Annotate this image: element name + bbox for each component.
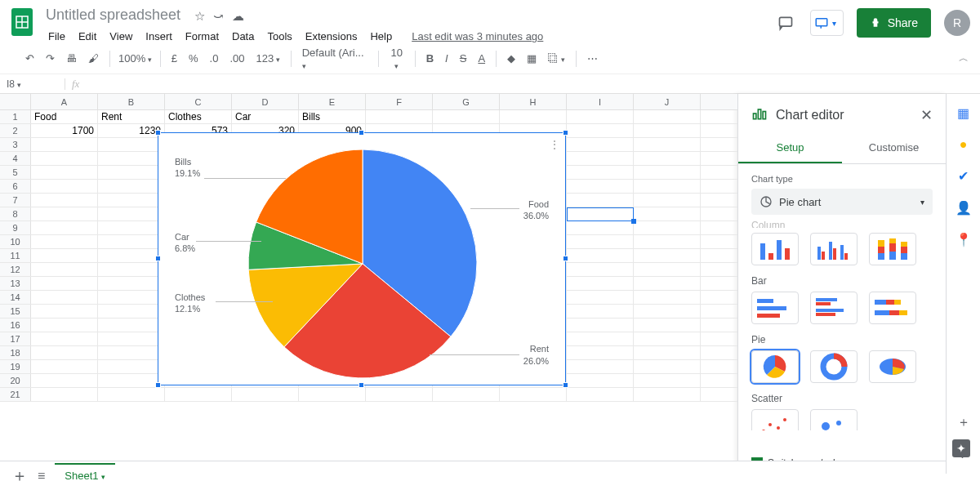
more-icon[interactable]: ⋯ (583, 49, 602, 68)
increase-decimal-button[interactable]: .00 (225, 49, 248, 68)
paint-format-icon[interactable]: 🖌 (84, 49, 103, 68)
cell[interactable] (634, 110, 701, 123)
thumb-column-stacked[interactable] (869, 233, 916, 265)
menu-data[interactable]: Data (226, 27, 260, 46)
sheet-tab[interactable]: Sheet1 ▾ (55, 463, 115, 487)
calendar-icon[interactable]: ▦ (957, 105, 969, 121)
cell[interactable] (31, 277, 98, 290)
cell[interactable] (366, 388, 433, 401)
cell[interactable] (98, 152, 165, 165)
cell[interactable] (31, 138, 98, 151)
cell[interactable] (31, 346, 98, 359)
fillcolor-icon[interactable]: ◆ (503, 49, 519, 68)
row-header[interactable]: 20 (0, 374, 31, 387)
cell[interactable] (31, 249, 98, 262)
keep-icon[interactable]: ● (960, 137, 968, 152)
row-header[interactable]: 14 (0, 291, 31, 304)
col-header[interactable]: B (98, 94, 165, 109)
chart-type-select[interactable]: Pie chart▾ (751, 189, 933, 215)
cell[interactable] (634, 166, 701, 179)
cell[interactable] (634, 152, 701, 165)
cell[interactable] (98, 346, 165, 359)
thumb-bar[interactable] (751, 292, 799, 324)
collapse-toolbar-icon[interactable]: ︿ (959, 51, 969, 65)
cell[interactable] (31, 332, 98, 345)
add-sheet-icon[interactable]: ＋ (11, 465, 28, 487)
cell[interactable] (567, 332, 634, 345)
close-icon[interactable]: ✕ (920, 106, 933, 124)
cell[interactable] (433, 388, 500, 401)
cell[interactable] (299, 388, 366, 401)
cell[interactable] (567, 360, 634, 373)
chart-menu-icon[interactable]: ⋮ (549, 138, 560, 151)
cell[interactable] (433, 110, 500, 123)
move-icon[interactable]: ⤻ (213, 9, 224, 24)
cloud-icon[interactable]: ☁ (232, 9, 244, 24)
embedded-pie-chart[interactable]: ⋮ Bills19.1% Food36.0% Car6.8% Clothes12… (158, 132, 566, 385)
row-header[interactable]: 17 (0, 332, 31, 345)
cell[interactable] (98, 180, 165, 193)
row-header[interactable]: 11 (0, 249, 31, 262)
cell[interactable] (567, 110, 634, 123)
row-header[interactable]: 10 (0, 235, 31, 248)
row-header[interactable]: 21 (0, 388, 31, 401)
col-header[interactable]: G (433, 94, 500, 109)
cell[interactable] (31, 263, 98, 276)
cell[interactable] (567, 152, 634, 165)
cell[interactable] (98, 291, 165, 304)
borders-icon[interactable]: ▦ (523, 49, 541, 68)
merge-icon[interactable]: ⿻ (544, 49, 569, 68)
font-select[interactable]: Default (Ari... (298, 43, 372, 74)
cell[interactable] (98, 332, 165, 345)
cell[interactable]: Food (31, 110, 98, 123)
thumb-bubble[interactable] (810, 409, 858, 430)
last-edit-link[interactable]: Last edit was 3 minutes ago (406, 27, 549, 46)
zoom-select[interactable]: 100% (117, 49, 154, 68)
cell[interactable] (232, 388, 299, 401)
textcolor-button[interactable]: A (474, 49, 489, 68)
cell[interactable]: 1700 (31, 124, 98, 137)
cell[interactable] (31, 235, 98, 248)
col-header[interactable]: I (567, 94, 634, 109)
cell[interactable] (500, 110, 567, 123)
italic-button[interactable]: I (441, 49, 452, 68)
cell[interactable] (31, 166, 98, 179)
cell[interactable] (98, 388, 165, 401)
cell[interactable] (634, 360, 701, 373)
cell[interactable] (98, 207, 165, 220)
menu-edit[interactable]: Edit (73, 27, 102, 46)
name-box[interactable]: I8 ▾ (0, 78, 65, 90)
cell[interactable] (634, 291, 701, 304)
cell[interactable] (634, 374, 701, 387)
fill-handle[interactable] (631, 219, 636, 224)
cell[interactable] (98, 235, 165, 248)
cell[interactable] (165, 388, 232, 401)
cell[interactable] (31, 388, 98, 401)
thumb-scatter[interactable] (751, 409, 799, 430)
cell[interactable] (31, 221, 98, 234)
tab-setup[interactable]: Setup (738, 133, 842, 163)
cell[interactable] (634, 263, 701, 276)
menu-tools[interactable]: Tools (261, 27, 297, 46)
document-title[interactable]: Untitled spreadsheet (42, 5, 184, 25)
cell[interactable] (98, 221, 165, 234)
col-header[interactable]: F (366, 94, 433, 109)
currency-button[interactable]: £ (167, 49, 181, 68)
sheets-logo[interactable] (11, 8, 33, 36)
cell[interactable] (634, 305, 701, 318)
row-header[interactable]: 3 (0, 138, 31, 151)
row-header[interactable]: 15 (0, 305, 31, 318)
menu-insert[interactable]: Insert (140, 27, 178, 46)
tab-customise[interactable]: Customise (842, 133, 946, 163)
cell[interactable] (567, 305, 634, 318)
all-sheets-icon[interactable]: ≡ (38, 469, 45, 483)
cell[interactable] (567, 346, 634, 359)
menu-format[interactable]: Format (180, 27, 225, 46)
row-header[interactable]: 13 (0, 277, 31, 290)
cell[interactable] (634, 277, 701, 290)
cell[interactable] (634, 221, 701, 234)
cell[interactable] (98, 305, 165, 318)
cell[interactable] (567, 388, 634, 401)
strike-button[interactable]: S (456, 49, 471, 68)
col-header[interactable]: H (500, 94, 567, 109)
